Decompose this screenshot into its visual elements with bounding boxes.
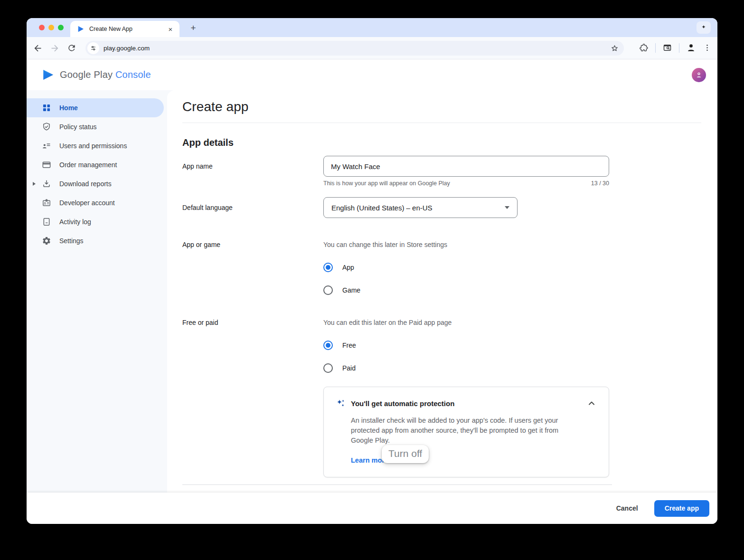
footer-bar: Cancel Create app [27,493,717,524]
sidebar-item-developer-account[interactable]: Developer account [27,193,167,212]
radio-button[interactable] [323,363,333,373]
gear-icon [42,236,51,246]
close-window-button[interactable] [39,25,45,30]
app-details-form: App name This is how your app will appea… [182,156,701,485]
default-language-label: Default language [182,197,323,218]
tab-strip: Create New App × + [27,18,717,37]
default-language-select[interactable]: English (United States) – en-US [323,197,518,218]
site-settings-icon[interactable] [87,42,99,54]
radio-label: Paid [342,364,356,372]
protection-card-title: You'll get automatic protection [351,399,454,408]
sidebar-item-label: Home [59,104,78,112]
users-icon [42,141,51,151]
free-or-paid-label: Free or paid [182,319,323,374]
sidebar-item-label: Download reports [59,180,112,188]
toolbar-separator [679,43,679,53]
extensions-puzzle-icon[interactable] [639,43,649,53]
toolbar-separator [655,43,656,53]
radio-button[interactable] [323,285,333,295]
radio-option-game[interactable]: Game [323,285,701,296]
brand-console: Console [115,69,151,80]
browser-toolbar: play.google.com [27,37,717,59]
app-body: Home Policy status Users and permissions… [27,90,717,493]
radio-button-selected[interactable] [323,263,333,272]
chevron-down-icon [505,206,509,209]
app-name-row: App name This is how your app will appea… [182,156,701,187]
sidebar-item-label: Policy status [59,123,97,131]
bookmark-star-icon[interactable] [610,44,619,53]
sidebar-item-label: Order management [59,161,117,169]
sidebar-item-settings[interactable]: Settings [27,231,167,250]
app-or-game-row: App or game You can change this later in… [182,241,701,296]
zoom-window-button[interactable] [58,25,64,30]
traffic-lights [39,25,64,30]
radio-label: Game [342,286,360,294]
tab-close-icon[interactable]: × [166,25,175,33]
console-header: Google Play Console [27,59,717,90]
shield-check-icon [42,122,51,132]
minimize-window-button[interactable] [48,25,54,30]
page-title: Create app [182,97,701,116]
protection-sparkle-icon [335,398,347,409]
home-grid-icon [42,103,51,113]
tab-title: Create New App [89,26,166,32]
sparkle-icon [700,24,707,31]
download-icon [42,179,51,189]
sidebar-item-activity-log[interactable]: Activity log [27,212,167,231]
profile-icon[interactable] [686,43,696,53]
divider [182,484,612,485]
turn-off-button[interactable]: Turn off [382,445,429,463]
account-avatar[interactable] [692,68,706,82]
default-language-row: Default language English (United States)… [182,197,701,218]
new-tab-button[interactable]: + [187,22,199,34]
protection-card-body: An installer check will be added to your… [351,416,573,446]
back-arrow-icon[interactable] [33,43,43,53]
cancel-button[interactable]: Cancel [609,501,646,516]
search-tabs-icon[interactable] [662,43,672,53]
chevron-up-icon[interactable] [586,398,597,409]
browser-tab[interactable]: Create New App × [70,21,179,37]
forward-arrow-icon[interactable] [50,43,60,53]
sidebar-item-policy-status[interactable]: Policy status [27,117,167,136]
radio-label: Free [342,342,356,349]
app-or-game-label: App or game [182,241,323,296]
sidebar-item-order-management[interactable]: Order management [27,155,167,174]
google-play-favicon-icon [77,25,85,33]
free-or-paid-note: You can edit this later on the Paid app … [323,319,701,326]
url-text[interactable]: play.google.com [104,45,610,52]
app-or-game-note: You can change this later in Store setti… [323,241,701,248]
app-name-label: App name [182,156,323,187]
url-bar[interactable]: play.google.com [85,41,624,56]
document-icon [42,217,51,227]
play-console-logo[interactable]: Google Play Console [42,68,151,81]
sidebar: Home Policy status Users and permissions… [27,90,167,493]
app-name-counter: 13 / 30 [591,180,609,187]
free-or-paid-row: Free or paid You can edit this later on … [182,319,701,374]
browser-window: Create New App × + play.google.com [27,18,717,524]
radio-button-selected[interactable] [323,341,333,350]
radio-option-paid[interactable]: Paid [323,362,701,374]
id-badge-icon [42,198,51,208]
expand-caret-icon[interactable] [33,182,36,186]
divider [182,123,701,123]
radio-label: App [342,264,354,271]
main-panel: Create app App details App name This is … [167,90,717,493]
app-name-helper: This is how your app will appear on Goog… [323,180,450,187]
create-app-button[interactable]: Create app [654,500,709,517]
sparkle-button[interactable] [697,21,711,34]
sidebar-item-download-reports[interactable]: Download reports [27,174,167,193]
sidebar-item-label: Activity log [59,218,91,226]
automatic-protection-card: You'll get automatic protection An insta… [323,387,609,477]
radio-option-app[interactable]: App [323,262,701,273]
sidebar-item-users-permissions[interactable]: Users and permissions [27,136,167,155]
google-play-logo-icon [42,68,55,81]
reload-icon[interactable] [67,43,77,53]
brand-google-play: Google Play [60,69,113,80]
menu-kebab-icon[interactable] [703,43,712,52]
default-language-value: English (United States) – en-US [331,204,433,212]
radio-option-free[interactable]: Free [323,340,701,351]
card-icon [42,160,51,170]
sidebar-item-home[interactable]: Home [27,98,164,117]
sidebar-item-label: Settings [59,237,84,245]
app-name-input[interactable] [323,156,609,177]
